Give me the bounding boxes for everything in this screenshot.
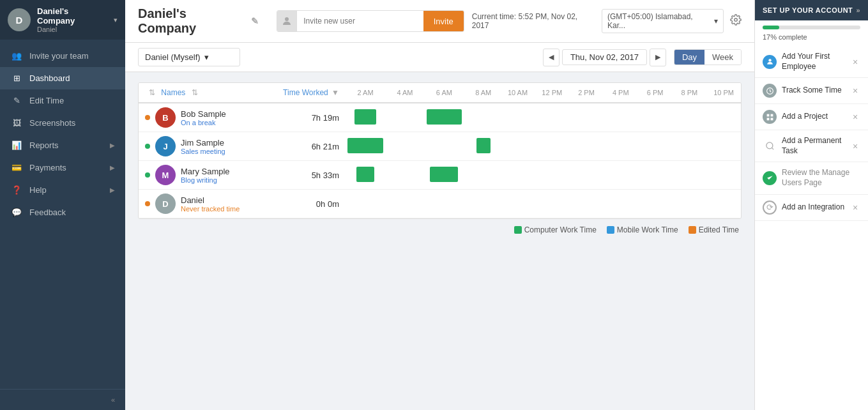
- status-dot-jim: [145, 144, 150, 149]
- invite-input[interactable]: [297, 11, 423, 31]
- date-prev-button[interactable]: ◀: [543, 49, 560, 66]
- table-cell-hour-bob-6: [569, 103, 604, 132]
- status-dot-mary: [145, 172, 150, 178]
- legend-item: Computer Work Time: [514, 225, 597, 234]
- reports-icon: 📊: [10, 140, 23, 150]
- legend-item: Edited Time: [689, 225, 739, 234]
- time-block-jim-3: [476, 138, 491, 153]
- sidebar-item-edit-time[interactable]: ✎ Edit Time: [0, 89, 125, 112]
- col-header-names[interactable]: ⇅ Names ⇅: [139, 83, 279, 103]
- table-cell-hour-mary-7: [604, 161, 638, 190]
- legend-dot: [607, 226, 614, 234]
- table-cell-hour-jim-8: [638, 132, 673, 161]
- sidebar-item-feedback[interactable]: 💬 Feedback: [0, 201, 125, 224]
- edit-icon[interactable]: ✎: [251, 16, 259, 26]
- emp-info-jim: Jim Sample Sales meeting: [181, 138, 225, 155]
- rp-item-close-add-integration[interactable]: ×: [850, 202, 860, 213]
- rp-item-label-add-employee: Add Your First Employee: [782, 52, 845, 72]
- invite-button[interactable]: Invite: [423, 11, 464, 31]
- status-dot-bob: [145, 115, 150, 120]
- rp-item-label-review-users: Review the Manage Users Page: [782, 168, 860, 188]
- table-cell-hour-mary-6: [569, 161, 604, 190]
- table-cell-hour-daniel-0: [343, 190, 388, 218]
- table-cell-hour-daniel-4: [501, 190, 535, 218]
- svg-rect-6: [766, 118, 769, 120]
- table-cell-hour-bob-5: [535, 103, 569, 132]
- company-name: Daniel's Company: [37, 6, 107, 26]
- table-cell-hour-daniel-9: [672, 190, 706, 218]
- rp-item-review-users[interactable]: Review the Manage Users Page: [755, 162, 868, 194]
- timezone-value: (GMT+05:00) Islamabad, Kar...: [607, 12, 712, 30]
- emp-status-daniel: Never tracked time: [181, 205, 240, 213]
- user-selector-value: Daniel (Myself): [145, 52, 201, 62]
- sidebar-item-dashboard[interactable]: ⊞ Dashboard: [0, 67, 125, 89]
- rp-item-add-employee[interactable]: Add Your First Employee ×: [755, 46, 868, 78]
- right-panel-title: SET UP YOUR ACCOUNT: [763, 6, 853, 14]
- user-selector[interactable]: Daniel (Myself) ▾: [138, 48, 240, 66]
- table-cell-hour-bob-2: [422, 103, 466, 132]
- view-day-button[interactable]: Day: [674, 50, 704, 65]
- chevron-down-icon: ▾: [114, 16, 118, 24]
- table-cell-hour-bob-4: [501, 103, 535, 132]
- sidebar-item-payments[interactable]: 💳 Payments ▶: [0, 156, 125, 179]
- sidebar-item-screenshots[interactable]: 🖼 Screenshots: [0, 112, 125, 134]
- table-cell-hour-daniel-2: [422, 190, 466, 218]
- date-next-button[interactable]: ▶: [650, 49, 666, 66]
- screenshots-icon: 🖼: [10, 118, 23, 128]
- timezone-selector[interactable]: (GMT+05:00) Islamabad, Kar... ▾: [602, 9, 724, 33]
- sidebar-header[interactable]: D Daniel's Company Daniel ▾: [0, 0, 125, 40]
- main-content: Daniel's Company ✎ Invite Current time: …: [125, 0, 754, 410]
- table-cell-hour-mary-5: [535, 161, 569, 190]
- emp-status-jim: Sales meeting: [181, 148, 225, 155]
- rp-item-label-track-time: Track Some Time: [782, 86, 845, 96]
- rp-item-close-add-project[interactable]: ×: [850, 112, 860, 122]
- table-cell-time-daniel: 0h 0m: [279, 190, 343, 218]
- legend-label: Mobile Work Time: [617, 225, 678, 234]
- dashboard-icon: ⊞: [10, 73, 23, 83]
- sidebar-item-invite[interactable]: 👥 Invite your team: [0, 45, 125, 67]
- track-time-icon: [763, 84, 777, 98]
- right-panel-expand-icon[interactable]: »: [856, 6, 860, 14]
- rp-item-add-integration[interactable]: ⟳ Add an Integration ×: [755, 195, 868, 221]
- avatar-daniel: D: [155, 194, 176, 214]
- table-cell-hour-daniel-3: [466, 190, 501, 218]
- table-cell-hour-jim-0: [343, 132, 388, 161]
- rp-item-close-track-time[interactable]: ×: [850, 86, 860, 96]
- avatar-jim: J: [155, 136, 176, 156]
- sidebar-collapse-button[interactable]: «: [0, 389, 125, 410]
- header: Daniel's Company ✎ Invite Current time: …: [125, 0, 754, 43]
- col-header-time-label: Time Worked: [283, 88, 328, 97]
- table-cell-hour-mary-9: [672, 161, 706, 190]
- table-cell-hour-daniel-5: [535, 190, 569, 218]
- rp-item-track-time[interactable]: Track Some Time ×: [755, 78, 868, 104]
- sidebar-item-label: Reports: [29, 140, 103, 150]
- feedback-icon: 💬: [10, 208, 23, 217]
- view-week-button[interactable]: Week: [704, 50, 741, 65]
- col-header-time[interactable]: Time Worked ▼: [279, 83, 343, 103]
- settings-icon[interactable]: [730, 14, 742, 28]
- progress-label: 17% complete: [755, 32, 868, 46]
- chevron-down-icon: ▾: [714, 17, 718, 26]
- col-header-12pm: 12 PM: [535, 83, 569, 103]
- rp-item-close-add-employee[interactable]: ×: [850, 57, 860, 67]
- table-cell-hour-daniel-8: [638, 190, 673, 218]
- table-header-row: ⇅ Names ⇅ Time Worked ▼ 2 AM 4 AM 6 AM 8…: [139, 83, 741, 103]
- table-cell-hour-jim-5: [535, 132, 569, 161]
- sidebar-item-help[interactable]: ❓ Help ▶: [0, 179, 125, 201]
- table-cell-time-jim: 6h 21m: [279, 132, 343, 161]
- sidebar-item-reports[interactable]: 📊 Reports ▶: [0, 134, 125, 156]
- company-title: Daniel's Company ✎: [138, 6, 259, 36]
- toolbar: Daniel (Myself) ▾ ◀ Thu, Nov 02, 2017 ▶ …: [125, 43, 754, 72]
- table-cell-hour-jim-3: [466, 132, 501, 161]
- rp-item-add-task[interactable]: Add a Permanent Task ×: [755, 130, 868, 162]
- table-body: B Bob Sample On a break 7h 19m J Jim Sam…: [139, 103, 741, 218]
- sidebar-header-text: Daniel's Company Daniel: [37, 6, 107, 33]
- table-cell-name-daniel: D Daniel Never tracked time: [139, 190, 279, 218]
- svg-point-1: [735, 19, 738, 22]
- status-dot-daniel: [145, 201, 150, 206]
- rp-item-add-project[interactable]: Add a Project ×: [755, 104, 868, 130]
- add-integration-icon: ⟳: [763, 201, 777, 215]
- current-time: Current time: 5:52 PM, Nov 02, 2017: [472, 12, 595, 30]
- rp-item-close-add-task[interactable]: ×: [850, 141, 860, 151]
- table-cell-name-bob: B Bob Sample On a break: [139, 103, 279, 132]
